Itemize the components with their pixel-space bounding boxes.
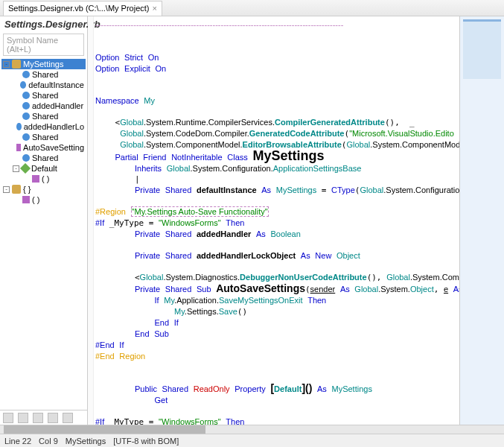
tab-label: Settings.Designer.vb (C:\...\My Project) — [8, 4, 150, 13]
tree-item-addedHandler[interactable]: addedHandler — [1, 101, 86, 111]
method-icon — [22, 196, 30, 203]
file-tab[interactable]: Settings.Designer.vb (C:\...\My Project)… — [3, 1, 162, 16]
close-icon[interactable]: × — [153, 4, 157, 13]
code-editor[interactable]: ----------------------------------------… — [94, 16, 459, 425]
field-icon — [22, 154, 30, 162]
horizontal-scrollbar[interactable] — [0, 425, 504, 434]
class-icon — [12, 185, 21, 194]
fold-gutter[interactable] — [88, 16, 94, 425]
field-icon — [22, 92, 30, 99]
field-icon — [22, 71, 30, 78]
tool-icon-1[interactable] — [3, 413, 13, 423]
method-icon — [32, 175, 39, 183]
tree-item-Shared[interactable]: Shared — [1, 90, 86, 101]
status-encoding: [UTF-8 with BOM] — [113, 437, 179, 446]
tree-item-[interactable]: ( ) — [1, 174, 86, 184]
method-icon — [16, 144, 21, 151]
tree-item-Shared[interactable]: Shared — [1, 132, 86, 142]
field-icon — [20, 81, 26, 89]
editor-area: ----------------------------------------… — [88, 16, 504, 425]
field-icon — [16, 123, 21, 130]
sidebar-title: Settings.Designer.vb — [0, 16, 87, 32]
status-context: MySettings — [66, 437, 106, 446]
tool-icon-5[interactable] — [63, 413, 73, 423]
tree-item-[interactable]: ( ) — [1, 194, 86, 205]
tree-item-MySettings[interactable]: -MySettings — [1, 59, 86, 69]
tree-item-Default[interactable]: -Default — [1, 163, 86, 174]
outline-tree: -MySettingsShareddefaultInstanceSharedad… — [0, 57, 87, 410]
tool-icon-3[interactable] — [33, 413, 43, 423]
field-icon — [22, 133, 30, 141]
field-icon — [22, 112, 30, 120]
symbol-search-input[interactable]: Symbol Name (Alt+L) — [3, 34, 84, 56]
outline-sidebar: Settings.Designer.vb Symbol Name (Alt+L)… — [0, 16, 88, 425]
tool-icon-2[interactable] — [18, 413, 28, 423]
status-bar: Line 22 Col 9 MySettings [UTF-8 with BOM… — [0, 434, 504, 447]
tree-item-addedHandlerLo[interactable]: addedHandlerLo — [1, 121, 86, 132]
tree-item-Shared[interactable]: Shared — [1, 111, 86, 121]
tool-icon-4[interactable] — [48, 413, 58, 423]
tree-item-[interactable]: -{ } — [1, 184, 86, 194]
tab-bar: Settings.Designer.vb (C:\...\My Project)… — [0, 0, 504, 16]
tree-item-defaultInstance[interactable]: defaultInstance — [1, 80, 86, 90]
minimap[interactable] — [459, 16, 504, 425]
field-icon — [22, 102, 30, 110]
class-icon — [12, 60, 21, 69]
status-line: Line 22 — [4, 437, 31, 446]
tree-item-Shared[interactable]: Shared — [1, 69, 86, 80]
tree-item-AutoSaveSetting[interactable]: AutoSaveSetting — [1, 142, 86, 153]
status-col: Col 9 — [39, 437, 58, 446]
tree-item-Shared[interactable]: Shared — [1, 153, 86, 163]
sidebar-toolbar — [0, 410, 87, 425]
prop-icon — [20, 163, 31, 174]
